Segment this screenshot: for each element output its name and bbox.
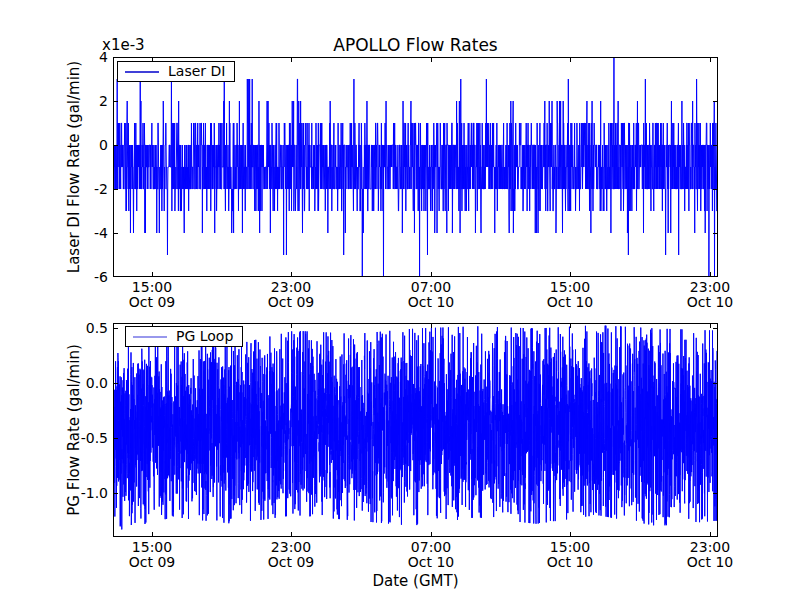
ytick-label-chart1-1: 0.0 — [58, 375, 108, 391]
xtick-label-chart1-1: 23:00Oct 09 — [251, 540, 331, 570]
top-plot-laser-di — [113, 57, 718, 277]
chart-title: APOLLO Flow Rates — [113, 35, 718, 55]
ytick-label-chart0-1: 2 — [58, 93, 108, 109]
xtick-label-chart1-4: 23:00Oct 10 — [670, 540, 750, 570]
xtick-label-chart0-0: 15:00Oct 09 — [112, 280, 192, 310]
xtick-label-chart0-4: 23:00Oct 10 — [670, 280, 750, 310]
ytick-label-chart1-0: 0.5 — [58, 320, 108, 336]
ytick-label-chart0-3: -2 — [58, 181, 108, 197]
ytick-label-chart1-2: -0.5 — [58, 430, 108, 446]
legend-laser-di: Laser DI — [117, 61, 235, 82]
xtick-label-chart1-3: 15:00Oct 10 — [530, 540, 610, 570]
legend-label: PG Loop — [176, 329, 233, 344]
legend-line-sample-icon — [125, 71, 159, 73]
ytick-label-chart0-0: 4 — [58, 49, 108, 65]
ytick-label-chart0-4: -4 — [58, 225, 108, 241]
y-axis-offset-text: x1e-3 — [102, 37, 145, 54]
xtick-label-chart0-2: 07:00Oct 10 — [391, 280, 471, 310]
xtick-label-chart0-1: 23:00Oct 09 — [251, 280, 331, 310]
legend-pg-loop: PG Loop — [125, 326, 243, 347]
x-axis-label: Date (GMT) — [113, 572, 718, 590]
xtick-label-chart0-3: 15:00Oct 10 — [530, 280, 610, 310]
xtick-label-chart1-2: 07:00Oct 10 — [391, 540, 471, 570]
legend-label: Laser DI — [168, 64, 225, 79]
xtick-label-chart1-0: 15:00Oct 09 — [112, 540, 192, 570]
ytick-label-chart0-2: 0 — [58, 137, 108, 153]
legend-line-sample-icon — [133, 336, 167, 338]
bottom-plot-pg-loop — [113, 323, 718, 537]
figure: APOLLO Flow Rates x1e-3 Laser DI Flow Ra… — [0, 0, 800, 600]
ytick-label-chart0-5: -6 — [58, 269, 108, 285]
ytick-label-chart1-3: -1.0 — [58, 485, 108, 501]
